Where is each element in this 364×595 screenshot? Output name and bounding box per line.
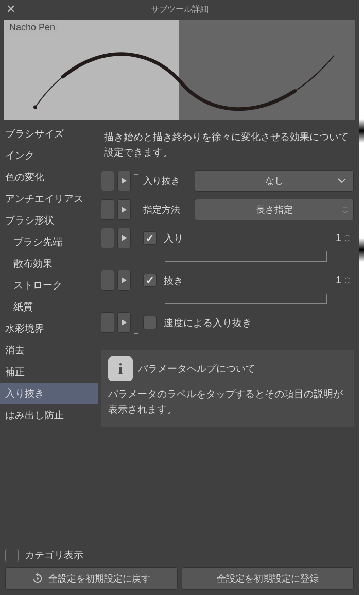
sidebar-item-9[interactable]: 水彩境界	[0, 318, 98, 339]
param-dynamics-button[interactable]	[117, 228, 131, 248]
sidebar-item-3[interactable]: アンチエイリアス	[0, 188, 98, 210]
category-sidebar: ブラシサイズインク色の変化アンチエイリアスブラシ形状ブラシ先端散布効果ストローク…	[0, 120, 98, 545]
category-description: 描き始めと描き終わりを徐々に変化させる効果について設定できます。	[101, 120, 354, 170]
param-dynamics-button[interactable]	[117, 171, 131, 191]
sidebar-item-5[interactable]: ブラシ先端	[0, 231, 98, 253]
category-display-label: カテゴリ表示	[25, 549, 83, 562]
sidebar-item-4[interactable]: ブラシ形状	[0, 210, 98, 231]
help-text: パラメータのラベルをタップするとその項目の説明が表示されます。	[108, 386, 346, 418]
reset-all-button[interactable]: 全設定を初期設定に戻す	[5, 567, 178, 590]
param-indicator-box[interactable]	[101, 228, 114, 248]
titlebar: ✕ サブツール詳細	[0, 0, 359, 19]
param-label-starting-ending: 入り抜き	[143, 175, 195, 187]
chevron-down-icon	[338, 175, 346, 186]
chevron-up-icon[interactable]: ︿	[344, 274, 351, 280]
window-title: サブツール詳細	[0, 4, 359, 15]
chevron-down-icon[interactable]: ﹀	[344, 280, 351, 286]
end-checkbox[interactable]	[143, 274, 157, 287]
sidebar-item-13[interactable]: はみ出し防止	[0, 404, 98, 426]
close-icon[interactable]: ✕	[6, 4, 16, 14]
chevron-up-icon[interactable]: ︿	[344, 232, 351, 238]
end-slider[interactable]	[165, 294, 327, 304]
help-title: パラメータヘルプについて	[138, 362, 255, 376]
sidebar-item-7[interactable]: ストローク	[0, 275, 98, 296]
param-label-end: 抜き	[164, 273, 183, 287]
start-slider[interactable]	[165, 251, 327, 262]
starting-ending-dropdown[interactable]: なし	[195, 170, 354, 192]
param-indicator-box[interactable]	[101, 199, 114, 220]
brush-preview: Nacho Pen	[4, 20, 355, 120]
method-stepper[interactable]: 長さ指定 ︿﹀	[195, 199, 354, 220]
sidebar-item-10[interactable]: 消去	[0, 339, 98, 361]
help-panel: i パラメータヘルプについて パラメータのラベルをタップするとその項目の説明が表…	[101, 350, 354, 427]
chevron-down-icon[interactable]: ﹀	[343, 210, 348, 215]
end-value-spinner[interactable]: 1 ︿﹀	[336, 274, 351, 286]
stroke-preview-icon	[4, 20, 355, 120]
sidebar-item-2[interactable]: 色の変化	[0, 166, 98, 188]
param-indicator-box[interactable]	[101, 312, 114, 333]
sidebar-item-0[interactable]: ブラシサイズ	[0, 123, 98, 145]
chevron-down-icon[interactable]: ﹀	[344, 238, 351, 244]
sidebar-item-6[interactable]: 散布効果	[0, 253, 98, 275]
sidebar-item-8[interactable]: 紙質	[0, 296, 98, 318]
chevron-up-icon[interactable]: ︿	[343, 204, 348, 209]
canvas-edge	[359, 0, 364, 595]
sidebar-item-12[interactable]: 入り抜き	[0, 383, 98, 404]
reset-icon	[32, 573, 43, 584]
sidebar-item-11[interactable]: 補正	[0, 361, 98, 383]
param-indicator-box[interactable]	[101, 270, 114, 291]
param-indicator-box[interactable]	[101, 171, 114, 191]
start-value-spinner[interactable]: 1 ︿﹀	[336, 232, 351, 244]
category-display-checkbox[interactable]	[5, 549, 19, 562]
svg-point-0	[37, 577, 39, 580]
register-all-button[interactable]: 全設定を初期設定に登録	[182, 567, 354, 590]
param-label-method: 指定方法	[143, 203, 195, 216]
param-label-speed: 速度による入り抜き	[164, 315, 252, 330]
param-dynamics-button[interactable]	[117, 270, 131, 291]
info-icon: i	[108, 356, 133, 381]
param-dynamics-button[interactable]	[117, 312, 131, 333]
param-dynamics-button[interactable]	[117, 199, 131, 220]
sidebar-item-1[interactable]: インク	[0, 145, 98, 166]
start-checkbox[interactable]	[143, 231, 157, 245]
speed-checkbox[interactable]	[143, 316, 157, 329]
param-label-start: 入り	[164, 231, 183, 245]
